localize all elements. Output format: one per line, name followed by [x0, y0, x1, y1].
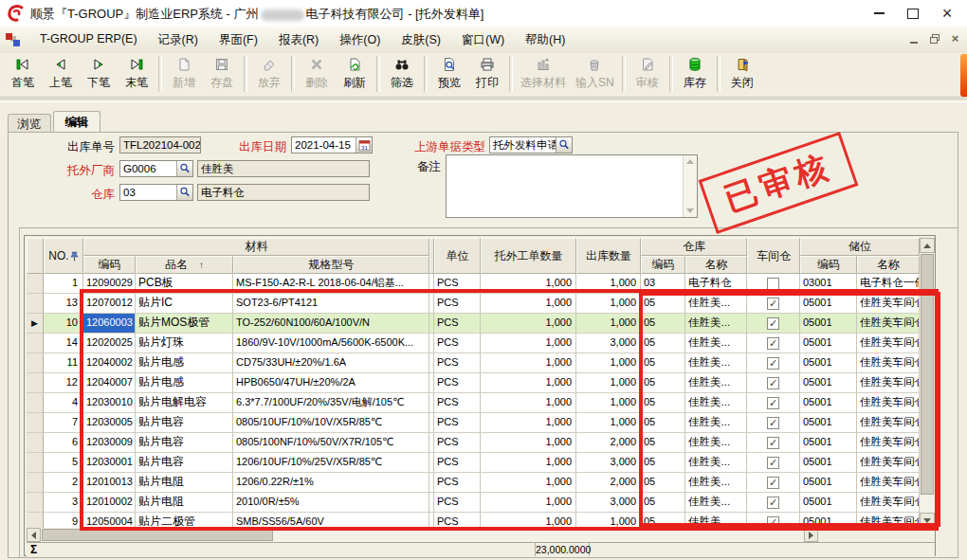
tab-edit[interactable]: 编辑	[53, 111, 100, 133]
refresh-button[interactable]: 刷新	[336, 53, 374, 91]
cell-spec[interactable]: MS-F150-A2-R-L 2018-06-04/铝基...	[233, 274, 429, 294]
cell-loc_code[interactable]: 05001	[800, 334, 857, 353]
cell-loc_code[interactable]: 05001	[800, 373, 857, 393]
cell-code[interactable]: 12030001	[83, 453, 136, 473]
cell-loc_name[interactable]: 佳胜美车间仓	[857, 393, 920, 413]
cell-spec[interactable]: SMB/SS56/5A/60V	[233, 513, 429, 528]
cell-name[interactable]: 贴片电感	[136, 353, 233, 373]
cell-no[interactable]: 5	[44, 453, 83, 473]
menu-item[interactable]: 窗口(W)	[451, 28, 515, 52]
header-code[interactable]: 编码	[83, 256, 136, 274]
upstream-type-lookup-button[interactable]	[556, 137, 572, 153]
prev-record-button[interactable]: 上笔	[42, 53, 80, 91]
cell-spec[interactable]: 0805/10UF/10%/10V/X5R/85℃	[233, 413, 429, 433]
close-button[interactable]: ×	[931, 0, 963, 27]
menu-item[interactable]: 报表(R)	[268, 28, 329, 52]
cell-workshop[interactable]: ✓	[747, 294, 800, 314]
grid-horizontal-scrollbar[interactable]	[27, 528, 818, 542]
cell-name[interactable]: 贴片电阻	[136, 493, 233, 513]
cell-order_qty[interactable]: 1,000	[481, 314, 576, 334]
remark-scrollbar[interactable]	[683, 155, 697, 217]
cell-unit[interactable]: PCS	[434, 294, 481, 314]
cell-no[interactable]: 13	[44, 294, 83, 314]
menu-item[interactable]: 操作(O)	[329, 28, 391, 52]
cell-wh_code[interactable]: 05	[641, 413, 685, 433]
header-order-qty[interactable]: 托外工单数量	[481, 238, 576, 274]
menu-item[interactable]: T-GROUP ERP(E)	[29, 28, 148, 52]
scroll-right-button[interactable]	[804, 528, 818, 542]
cell-wh_code[interactable]: 05	[641, 433, 685, 453]
cell-out_qty[interactable]: 3,000	[576, 453, 641, 473]
cell-unit[interactable]: PCS	[434, 334, 481, 353]
cell-code[interactable]: 12050004	[83, 513, 136, 528]
cell-wh_name[interactable]: 佳胜美...	[685, 373, 747, 393]
workshop-checkbox-checked[interactable]: ✓	[767, 437, 779, 449]
cell-loc_name[interactable]: 电子料仓一储	[857, 274, 920, 294]
cell-wh_code[interactable]: 05	[641, 314, 685, 334]
cell-code[interactable]: 12070012	[83, 294, 136, 314]
workshop-checkbox-checked[interactable]: ✓	[767, 417, 779, 429]
cell-wh_name[interactable]: 佳胜美...	[685, 314, 747, 334]
cell-code[interactable]: 12040002	[83, 353, 136, 373]
cell-loc_code[interactable]: 05001	[800, 294, 857, 314]
cell-code[interactable]: 12020025	[83, 334, 136, 353]
cell-workshop[interactable]	[747, 274, 800, 294]
first-record-button[interactable]: 首笔	[4, 53, 42, 91]
cell-wh_code[interactable]: 05	[641, 334, 685, 353]
cell-workshop[interactable]: ✓	[747, 433, 800, 453]
cell-wh_code[interactable]: 05	[641, 473, 685, 493]
cell-unit[interactable]: PCS	[434, 274, 481, 294]
menu-item[interactable]: 界面(F)	[209, 28, 268, 52]
workshop-checkbox-checked[interactable]: ✓	[767, 457, 779, 469]
cell-spec[interactable]: 1206/10UF/10%/25V/X5R/85℃	[233, 453, 429, 473]
upstream-type-field[interactable]: 托外发料申请	[489, 136, 573, 154]
cell-workshop[interactable]: ✓	[747, 473, 800, 493]
cell-wh_name[interactable]: 佳胜美...	[685, 473, 747, 493]
cell-no[interactable]: 1	[44, 274, 83, 294]
cell-wh_name[interactable]: 电子料仓	[685, 274, 747, 294]
cell-out_qty[interactable]: 1,000	[576, 314, 641, 334]
cell-loc_name[interactable]: 佳胜美车间仓	[857, 314, 920, 334]
header-workshop[interactable]: 车间仓	[747, 238, 800, 274]
workshop-checkbox-checked[interactable]: ✓	[767, 397, 779, 409]
cell-code[interactable]: 12090029	[83, 274, 136, 294]
cell-code[interactable]: 12060003	[83, 314, 136, 334]
cell-out_qty[interactable]: 1,000	[576, 353, 641, 373]
cell-loc_code[interactable]: 05001	[800, 413, 857, 433]
cell-wh_name[interactable]: 佳胜美...	[685, 513, 747, 528]
header-loc-code[interactable]: 编码	[800, 256, 857, 274]
cell-name[interactable]: PCB板	[136, 274, 233, 294]
cell-wh_code[interactable]: 05	[641, 373, 685, 393]
cell-no[interactable]: 6	[44, 433, 83, 453]
cell-order_qty[interactable]: 1,000	[481, 493, 576, 513]
workshop-checkbox-checked[interactable]: ✓	[767, 317, 779, 330]
cell-unit[interactable]: PCS	[434, 453, 481, 473]
cell-wh_name[interactable]: 佳胜美...	[685, 393, 747, 413]
cell-wh_name[interactable]: 佳胜美...	[685, 413, 747, 433]
cell-out_qty[interactable]: 1,000	[576, 513, 641, 528]
cell-wh_name[interactable]: 佳胜美...	[685, 493, 747, 513]
workshop-checkbox-checked[interactable]: ✓	[767, 298, 779, 310]
cell-no[interactable]: 9	[44, 513, 83, 528]
cell-workshop[interactable]: ✓	[747, 373, 800, 393]
workshop-checkbox-checked[interactable]: ✓	[767, 516, 779, 529]
cell-no[interactable]: 4	[44, 393, 83, 413]
vendor-lookup-button[interactable]	[176, 161, 192, 176]
cell-loc_name[interactable]: 佳胜美车间仓	[857, 473, 920, 493]
cell-workshop[interactable]: ✓	[747, 314, 800, 334]
next-record-button[interactable]: 下笔	[80, 53, 118, 91]
workshop-checkbox-checked[interactable]: ✓	[767, 497, 779, 509]
cell-loc_name[interactable]: 佳胜美车间仓	[857, 513, 920, 528]
header-loc-name[interactable]: 名称	[857, 256, 920, 274]
last-record-button[interactable]: 末笔	[118, 53, 155, 91]
header-wh-code[interactable]: 编码	[641, 256, 685, 274]
cell-order_qty[interactable]: 1,000	[481, 294, 576, 314]
cell-unit[interactable]: PCS	[434, 353, 481, 373]
cell-loc_name[interactable]: 佳胜美车间仓	[857, 413, 920, 433]
cell-spec[interactable]: TO-252/60N100/60A/100V/N	[233, 314, 429, 334]
filter-button[interactable]: 筛选	[383, 53, 421, 91]
cell-wh_name[interactable]: 佳胜美...	[685, 433, 747, 453]
cell-loc_code[interactable]: 05001	[800, 453, 857, 473]
cell-no[interactable]: 14	[44, 334, 83, 353]
cell-order_qty[interactable]: 1,000	[481, 274, 576, 294]
